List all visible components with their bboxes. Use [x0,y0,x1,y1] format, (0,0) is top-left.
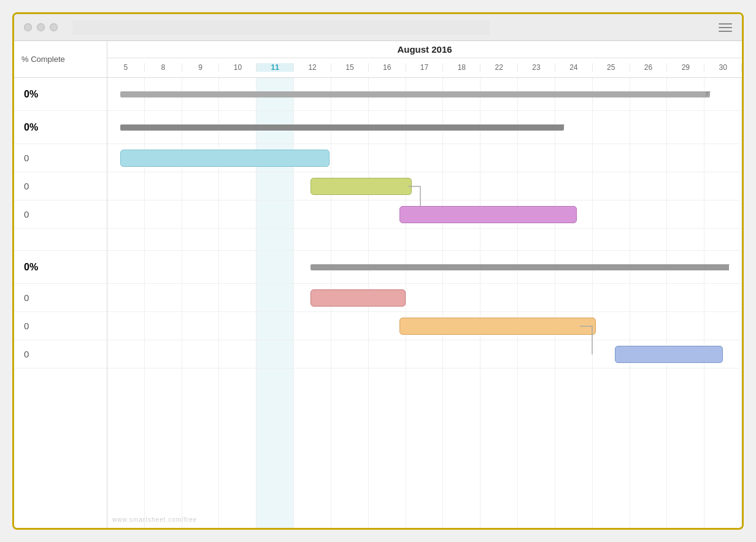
gantt-row-4 [107,200,742,229]
bar-container-1 [107,111,742,143]
app-window: % Complete 0% 0% 0 0 0 0% 0 0 0 August 2 [12,12,744,530]
bar-container-0 [107,78,742,110]
day-23: 23 [518,63,555,72]
gantt-row-1 [107,111,742,144]
connector-svg-1 [107,172,742,200]
left-row-8: 0 [14,312,107,340]
gantt-row-0 [107,78,742,111]
watermark: www.smartsheet.com/free [112,516,197,523]
day-labels: 5 8 9 10 11 12 15 16 17 18 22 23 24 25 2… [107,58,742,77]
gantt-container: % Complete 0% 0% 0 0 0 0% 0 0 0 August 2 [14,41,742,528]
traffic-lights [24,23,58,31]
day-16: 16 [369,63,406,72]
left-row-3: 0 [14,172,107,200]
menu-button[interactable] [719,23,732,32]
bar-container-6 [107,251,742,283]
day-30: 30 [704,63,742,72]
left-row-2: 0 [14,144,107,172]
left-rows: 0% 0% 0 0 0 0% 0 0 0 [14,78,107,528]
left-row-0: 0% [14,78,107,111]
percent-complete-header: % Complete [14,41,107,78]
summary-bar-3-end [725,264,730,270]
day-24: 24 [555,63,593,72]
bar-container-3 [107,172,742,200]
minimize-button[interactable] [37,23,45,31]
task-bar-cyan [120,150,330,167]
day-5: 5 [107,63,145,72]
summary-bar-1 [120,91,711,97]
day-12: 12 [294,63,331,72]
task-bar-orange [399,318,596,335]
hamburger-line [719,31,732,32]
hamburger-line [719,23,732,25]
day-18: 18 [443,63,480,72]
left-row-9: 0 [14,340,107,368]
gantt-row-2 [107,144,742,172]
summary-bar-1-end [706,91,711,97]
bar-container-2 [107,144,742,172]
maximize-button[interactable] [50,23,58,31]
gantt-header: August 2016 5 8 9 10 11 12 15 16 17 18 2… [107,41,742,78]
month-label: August 2016 [107,41,742,58]
gantt-row-8 [107,312,742,340]
gantt-row-6 [107,251,742,284]
hamburger-line [719,27,732,28]
left-row-6: 0% [14,251,107,284]
day-15: 15 [331,63,369,72]
day-22: 22 [480,63,518,72]
left-row-1: 0% [14,111,107,144]
task-bar-green [310,178,412,195]
bar-container-7 [107,284,742,311]
left-panel: % Complete 0% 0% 0 0 0 0% 0 0 0 [14,41,107,528]
summary-bar-2-end [560,124,565,131]
bar-container-4 [107,200,742,228]
gantt-row-3 [107,172,742,200]
summary-bar-3 [310,264,729,270]
task-bar-red [310,289,406,307]
summary-bar-2 [120,124,565,131]
right-panel: August 2016 5 8 9 10 11 12 15 16 17 18 2… [107,41,742,528]
day-8: 8 [145,63,182,72]
gantt-row-9 [107,340,742,368]
task-bar-purple [399,206,577,223]
gantt-row-7 [107,284,742,312]
left-spacer [14,229,107,251]
left-row-7: 0 [14,284,107,312]
left-row-4: 0 [14,200,107,229]
day-29: 29 [667,63,704,72]
titlebar [14,14,742,41]
day-17: 17 [406,63,444,72]
close-button[interactable] [24,23,32,31]
gantt-rows-overlay [107,78,742,528]
day-9: 9 [182,63,220,72]
bar-container-9 [107,340,742,368]
gantt-body: www.smartsheet.com/free [107,78,742,528]
day-26: 26 [630,63,668,72]
url-bar[interactable] [72,20,490,35]
percent-complete-label: % Complete [21,55,65,64]
day-11: 11 [256,63,294,72]
bar-container-8 [107,312,742,340]
day-10: 10 [219,63,256,72]
day-25: 25 [593,63,630,72]
gantt-spacer-row [107,229,742,251]
task-bar-blue [615,346,723,363]
